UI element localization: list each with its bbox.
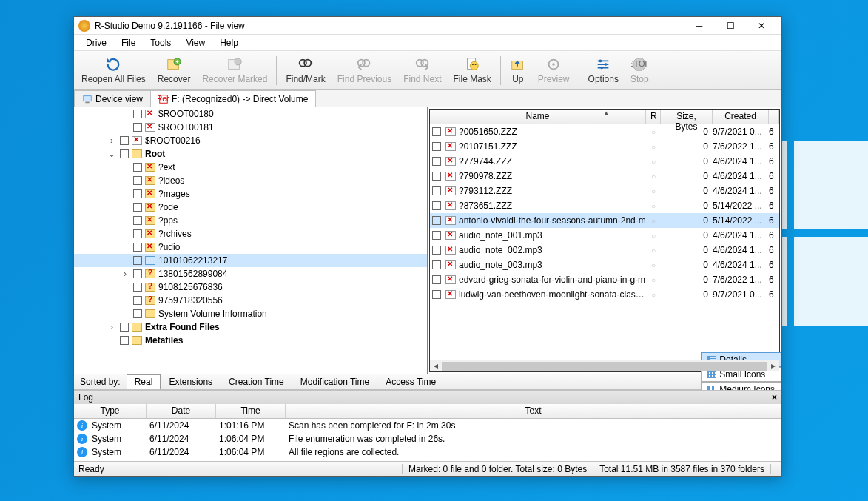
sort-modification-time[interactable]: Modification Time xyxy=(292,374,377,389)
log-row[interactable]: iSystem6/11/20241:06:04 PMFile enumerati… xyxy=(74,432,781,445)
tree-node[interactable]: ?ideos xyxy=(74,174,427,187)
tree-checkbox[interactable] xyxy=(133,229,142,238)
tree-checkbox[interactable] xyxy=(133,243,142,252)
scroll-left-icon[interactable]: ◂ xyxy=(430,360,442,371)
menu-file[interactable]: File xyxy=(114,36,143,50)
tree-checkbox[interactable] xyxy=(133,203,142,212)
toolbar-file-mask[interactable]: File Mask xyxy=(448,53,497,88)
scroll-right-icon[interactable]: ▸ xyxy=(767,360,779,371)
toolbar-find-mark[interactable]: Find/Mark xyxy=(280,53,331,88)
file-list[interactable]: ?0051650.ZZZ○09/7/2021 0...6?0107151.ZZZ… xyxy=(430,124,779,360)
file-row[interactable]: ?793112.ZZZ○04/6/2024 1...6 xyxy=(430,184,779,198)
log-col-type[interactable]: Type xyxy=(74,404,147,418)
sort-real[interactable]: Real xyxy=(127,374,161,389)
close-button[interactable]: ✕ xyxy=(746,17,777,35)
tree-checkbox[interactable] xyxy=(120,323,129,332)
file-checkbox[interactable] xyxy=(432,172,441,181)
tree-node[interactable]: ›$ROOT00216 xyxy=(74,134,427,147)
tree-checkbox[interactable] xyxy=(133,283,142,292)
tree-expander[interactable]: › xyxy=(120,269,130,279)
file-row[interactable]: audio_note_001.mp3○04/6/2024 1...6 xyxy=(430,228,779,243)
menu-tools[interactable]: Tools xyxy=(143,36,178,50)
minimize-button[interactable]: ─ xyxy=(684,17,715,35)
log-row[interactable]: iSystem6/11/20241:01:16 PMScan has been … xyxy=(74,419,781,432)
col-size[interactable]: Size, Bytes xyxy=(661,110,713,124)
file-row[interactable]: ?0051650.ZZZ○09/7/2021 0...6 xyxy=(430,124,779,139)
scroll-thumb[interactable] xyxy=(442,362,767,371)
tree-node[interactable]: ?rchives xyxy=(74,227,427,241)
tree-checkbox[interactable] xyxy=(133,110,142,118)
tree-expander[interactable]: › xyxy=(107,322,117,332)
tree-node[interactable]: ?ext xyxy=(74,161,427,174)
file-checkbox[interactable] xyxy=(432,142,441,151)
tree-checkbox[interactable] xyxy=(133,269,142,278)
file-row[interactable]: ludwig-van-beethoven-moonlight-sonata-cl… xyxy=(430,287,779,302)
tree-checkbox[interactable] xyxy=(133,123,142,132)
hscrollbar[interactable]: ◂ ▸ xyxy=(430,360,779,371)
tree-checkbox[interactable] xyxy=(133,216,142,225)
file-row[interactable]: edvard-grieg-sonata-for-violin-and-piano… xyxy=(430,272,779,287)
tree-node[interactable]: $ROOT00181 xyxy=(74,121,427,134)
file-checkbox[interactable] xyxy=(432,275,441,284)
tree-checkbox[interactable] xyxy=(133,296,142,305)
file-row[interactable]: audio_note_003.mp3○04/6/2024 1...6 xyxy=(430,258,779,272)
tree-checkbox[interactable] xyxy=(133,256,142,265)
toolbar-up[interactable]: Up xyxy=(504,53,532,88)
toolbar-options[interactable]: Options xyxy=(582,53,625,88)
tree-checkbox[interactable] xyxy=(120,336,129,345)
tree-checkbox[interactable] xyxy=(133,176,142,185)
sort-access-time[interactable]: Access Time xyxy=(377,374,444,389)
tab-direct-volume[interactable]: RecF: (Recognized0) -> Direct Volume xyxy=(150,90,316,107)
tree-node[interactable]: 9108125676836 xyxy=(74,280,427,294)
col-r[interactable]: R xyxy=(646,110,661,124)
tree-node[interactable]: Metafiles xyxy=(74,334,427,347)
log-col-date[interactable]: Date xyxy=(147,404,216,418)
col-created[interactable]: Created xyxy=(713,110,769,124)
tree-checkbox[interactable] xyxy=(133,309,142,318)
log-close-button[interactable]: × xyxy=(772,392,777,403)
file-row[interactable]: ?0107151.ZZZ○07/6/2022 1...6 xyxy=(430,139,779,154)
tree-expander[interactable]: ⌄ xyxy=(107,149,117,159)
menu-view[interactable]: View xyxy=(178,36,212,50)
sort-extensions[interactable]: Extensions xyxy=(161,374,221,389)
toolbar-recover[interactable]: Recover xyxy=(152,53,197,88)
file-checkbox[interactable] xyxy=(432,127,441,136)
log-col-time[interactable]: Time xyxy=(216,404,286,418)
tree-node[interactable]: 9759718320556 xyxy=(74,294,427,307)
tree-node[interactable]: ›13801562899084 xyxy=(74,267,427,280)
file-checkbox[interactable] xyxy=(432,201,441,210)
folder-tree[interactable]: $ROOT00180$ROOT00181›$ROOT00216⌄Root?ext… xyxy=(74,107,428,374)
file-checkbox[interactable] xyxy=(432,290,441,299)
tree-checkbox[interactable] xyxy=(133,189,142,198)
menu-drive[interactable]: Drive xyxy=(78,36,114,50)
tree-node[interactable]: ⌄Root xyxy=(74,147,427,161)
tree-checkbox[interactable] xyxy=(120,149,129,158)
tree-node[interactable]: ?pps xyxy=(74,214,427,227)
tree-node[interactable]: System Volume Information xyxy=(74,307,427,320)
toolbar-reopen[interactable]: Reopen All Files xyxy=(75,53,152,88)
file-checkbox[interactable] xyxy=(432,157,441,166)
tree-node[interactable]: ›Extra Found Files xyxy=(74,320,427,334)
tab-device-view[interactable]: Device view xyxy=(74,90,151,107)
file-row[interactable]: antonio-vivaldi-the-four-seasons-autumn-… xyxy=(430,213,779,228)
file-checkbox[interactable] xyxy=(432,216,441,225)
tree-checkbox[interactable] xyxy=(120,136,129,145)
sort-creation-time[interactable]: Creation Time xyxy=(221,374,292,389)
file-row[interactable]: ?873651.ZZZ○05/14/2022 ...6 xyxy=(430,198,779,213)
file-row[interactable]: audio_note_002.mp3○04/6/2024 1...6 xyxy=(430,243,779,258)
tree-node[interactable]: 10101062213217 xyxy=(74,254,427,267)
file-checkbox[interactable] xyxy=(432,186,441,195)
menu-help[interactable]: Help xyxy=(212,36,246,50)
file-checkbox[interactable] xyxy=(432,260,441,269)
tree-checkbox[interactable] xyxy=(133,163,142,172)
col-name[interactable]: Name xyxy=(430,110,646,124)
log-row[interactable]: iSystem6/11/20241:06:04 PMAll file regio… xyxy=(74,445,781,459)
tree-expander[interactable]: › xyxy=(107,135,117,146)
file-checkbox[interactable] xyxy=(432,246,441,255)
log-col-text[interactable]: Text xyxy=(286,404,781,418)
file-checkbox[interactable] xyxy=(432,231,441,240)
file-row[interactable]: ?790978.ZZZ○04/6/2024 1...6 xyxy=(430,169,779,184)
file-row[interactable]: ?779744.ZZZ○04/6/2024 1...6 xyxy=(430,154,779,169)
tree-node[interactable]: ?ode xyxy=(74,201,427,214)
tree-node[interactable]: $ROOT00180 xyxy=(74,107,427,121)
